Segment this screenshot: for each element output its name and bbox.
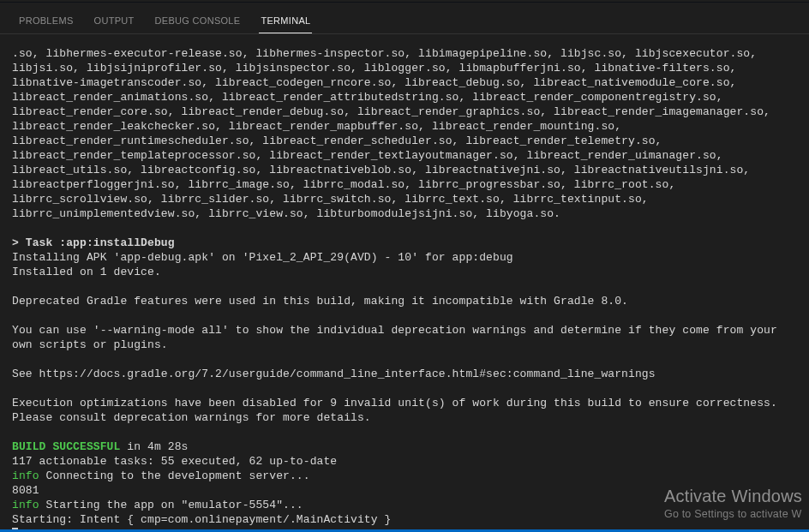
log-see-url: See https://docs.gradle.org/7.2/userguid… [12,368,656,380]
log-info-start: Starting the app on "emulator-5554"... [39,499,303,511]
log-build-time: in 4m 28s [120,440,188,453]
log-installed: Installed on 1 device. [12,266,161,278]
log-deprecated: Deprecated Gradle features were used in … [12,295,628,308]
tab-debug-console[interactable]: DEBUG CONSOLE [145,9,251,33]
tab-output[interactable]: OUTPUT [84,9,145,33]
log-info-prefix-2: info [12,499,39,511]
log-warning-mode: You can use '--warning-mode all' to show… [12,324,784,351]
log-port: 8081 [12,484,39,497]
log-build-success: BUILD SUCCESSFUL [12,440,120,453]
tab-problems[interactable]: PROBLEMS [9,9,84,33]
log-please-consult: Please consult deprecation warnings for … [12,411,371,424]
log-starting-intent: Starting: Intent { cmp=com.onlinepayment… [12,513,391,526]
log-install-apk: Installing APK 'app-debug.apk' on 'Pixel… [12,251,513,264]
log-exec-opt: Execution optimizations have been disabl… [12,397,777,409]
log-tasks: 117 actionable tasks: 55 executed, 62 up… [12,455,337,468]
terminal-output[interactable]: .so, libhermes-executor-release.so, libh… [0,34,809,529]
log-info-connect: Connecting to the development server... [39,469,310,482]
log-task-header: > Task :app:installDebug [12,236,175,249]
tab-terminal[interactable]: TERMINAL [250,9,321,33]
panel-tabs: PROBLEMS OUTPUT DEBUG CONSOLE TERMINAL [0,7,809,34]
log-info-prefix-1: info [12,469,39,482]
log-shared-libs: .so, libhermes-executor-release.so, libh… [12,47,777,220]
